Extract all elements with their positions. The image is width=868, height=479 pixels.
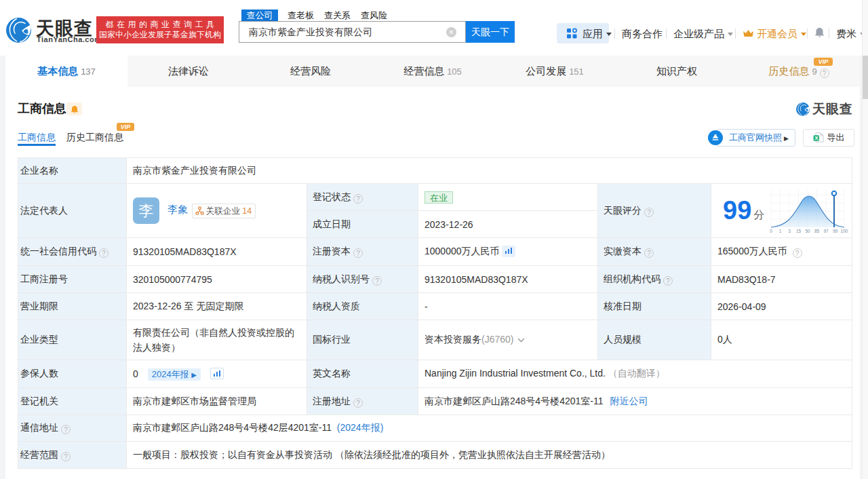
svg-text:99: 99 xyxy=(833,229,838,233)
svg-text:0: 0 xyxy=(770,229,772,233)
svg-text:15: 15 xyxy=(796,229,802,233)
svg-text:85: 85 xyxy=(814,229,820,233)
svg-text:100: 100 xyxy=(841,229,848,233)
svg-text:1: 1 xyxy=(779,229,782,233)
svg-text:97: 97 xyxy=(824,229,829,233)
svg-text:X: X xyxy=(814,135,818,141)
svg-text:3: 3 xyxy=(788,229,791,233)
svg-text:50: 50 xyxy=(806,229,811,233)
